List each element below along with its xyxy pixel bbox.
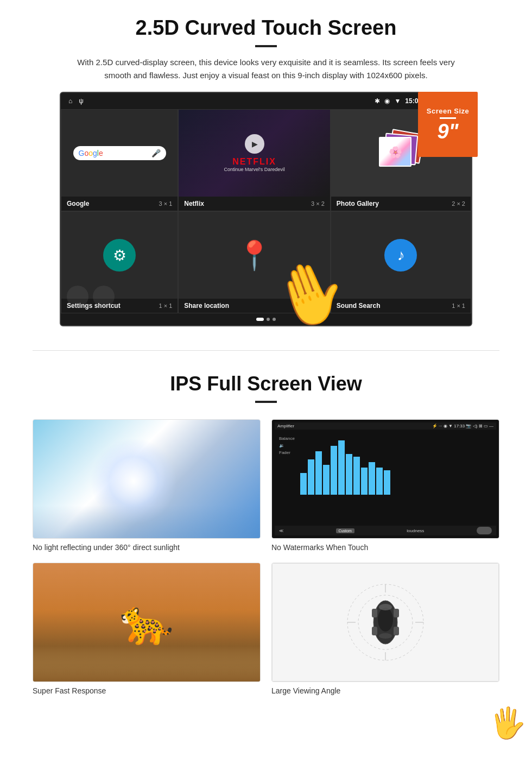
shadow-decorations — [67, 286, 115, 307]
flower-icon: 🌸 — [389, 146, 402, 159]
equalizer-visual: Amplifier ⚡ ··· ◉ ▼ 17:33 📷 ◁) ⊠ ▭ — Bal… — [272, 420, 499, 538]
eq-bar-10 — [369, 462, 375, 495]
eq-bar-12 — [384, 470, 390, 495]
car-visual — [272, 563, 499, 682]
feature-car: Large Viewing Angle — [271, 563, 499, 695]
settings-content: ⚙ — [61, 212, 178, 299]
cheetah-image: 🐆 — [33, 563, 261, 682]
android-screen: ⌂ ψ ✱ ◉ ▼ 15:06 ▣ ◁) ⊠ ▭ — [60, 92, 472, 326]
svg-point-3 — [378, 608, 393, 632]
google-search-bar[interactable]: Google 🎤 — [73, 146, 166, 160]
bluetooth-icon: ✱ — [375, 97, 380, 105]
sound-app-size: 1 × 1 — [452, 302, 465, 309]
section-curved-screen: 2.5D Curved Touch Screen With 2.5D curve… — [0, 0, 532, 334]
app-row-top: Google 🎤 Google 3 × 1 NETFLIX — [61, 109, 471, 211]
sound-label-row: Sound Search 1 × 1 — [331, 299, 471, 313]
feature-cheetah: 🐆 Super Fast Response — [33, 563, 261, 695]
amplifier-label: Amplifier — [277, 424, 294, 428]
microphone-icon: 🎤 — [151, 149, 161, 157]
svg-rect-7 — [394, 609, 399, 617]
section2-title: IPS Full Screen View — [33, 373, 499, 395]
svg-rect-8 — [372, 627, 377, 635]
eq-bar-9 — [361, 468, 368, 495]
ground-gradient — [33, 638, 260, 682]
car-image — [271, 563, 499, 682]
maps-icon: 📍 — [237, 239, 272, 272]
status-bar: ⌂ ψ ✱ ◉ ▼ 15:06 ▣ ◁) ⊠ ▭ — [61, 93, 471, 109]
wifi-icon: ▼ — [394, 97, 401, 105]
share-label-row: Share location 1 × 1 — [179, 299, 330, 313]
google-logo: Google — [79, 149, 103, 157]
svg-rect-6 — [372, 609, 377, 617]
eq-bar-4 — [323, 465, 330, 495]
sound-app-name: Sound Search — [337, 302, 381, 310]
dot-2 — [267, 318, 270, 321]
google-label-row: Google 3 × 1 — [61, 197, 178, 211]
loudness-toggle[interactable] — [477, 527, 492, 534]
app-cell-sound[interactable]: ♪ Sound Search 1 × 1 — [331, 211, 471, 313]
app-row-bottom: ⚙ Settings shortcut 1 × 1 — [61, 211, 471, 313]
gallery-label-row: Photo Gallery 2 × 2 — [331, 197, 471, 211]
netflix-app-size: 3 × 2 — [311, 200, 325, 207]
device-mockup: Screen Size 9" ⌂ ψ ✱ ◉ ▼ 15:06 ▣ ◁) ⊠ — [60, 92, 472, 326]
loudness-label: loudness — [407, 528, 424, 533]
usb-icon: ψ — [79, 97, 84, 105]
shadow-circle-1 — [67, 286, 88, 307]
app-cell-google[interactable]: Google 🎤 Google 3 × 1 — [61, 109, 178, 211]
badge-title: Screen Size — [427, 107, 470, 115]
equalizer-caption: No Watermarks When Touch — [271, 543, 499, 552]
shadow-circle-2 — [93, 286, 115, 307]
eq-bar-1 — [300, 473, 307, 495]
netflix-label-row: Netflix 3 × 2 — [179, 197, 330, 211]
app-cell-share[interactable]: 📍 🤚 Share location 1 × 1 — [178, 211, 331, 313]
settings-icon-bg: ⚙ — [103, 239, 136, 272]
netflix-logo: NETFLIX — [232, 157, 276, 167]
netflix-content: NETFLIX Continue Marvel's Daredevil — [179, 110, 330, 197]
cheetah-visual: 🐆 — [33, 563, 260, 682]
photo-card-3: 🌸 — [379, 137, 411, 167]
section-ips-screen: IPS Full Screen View No light reflecting… — [0, 367, 532, 722]
svg-point-5 — [379, 633, 392, 639]
dot-3 — [273, 318, 276, 321]
app-cell-netflix[interactable]: NETFLIX Continue Marvel's Daredevil Netf… — [178, 109, 331, 211]
feature-sunlight: No light reflecting under 360° direct su… — [33, 419, 261, 552]
cheetah-caption: Super Fast Response — [33, 686, 261, 695]
fader-label: Fader — [279, 450, 295, 455]
eq-bar-7 — [346, 454, 352, 495]
gear-icon: ⚙ — [113, 247, 126, 264]
badge-divider — [440, 117, 456, 119]
section-divider — [33, 350, 499, 351]
eq-labels: Balance 🔉 Fader — [279, 432, 295, 455]
eq-time: 17:33 — [454, 424, 465, 428]
section1-description: With 2.5D curved-display screen, this de… — [76, 56, 456, 82]
section2-underline — [255, 401, 277, 403]
netflix-app-name: Netflix — [184, 200, 204, 207]
photo-stack: 🌸 — [379, 131, 422, 175]
eq-bar-5 — [331, 446, 337, 495]
share-app-name: Share location — [184, 302, 229, 310]
eq-bar-6 — [338, 440, 345, 495]
sound-content: ♪ — [331, 212, 471, 299]
eq-header: Amplifier ⚡ ··· ◉ ▼ 17:33 📷 ◁) ⊠ ▭ — — [275, 422, 496, 430]
share-app-size: 1 × 1 — [311, 302, 325, 309]
section1-title: 2.5D Curved Touch Screen — [33, 16, 499, 40]
gallery-app-name: Photo Gallery — [337, 200, 379, 207]
netflix-subtitle: Continue Marvel's Daredevil — [224, 167, 284, 172]
sky-gradient — [33, 506, 260, 538]
netflix-play-button[interactable] — [245, 134, 264, 154]
google-app-name: Google — [67, 200, 89, 207]
app-cell-settings[interactable]: ⚙ Settings shortcut 1 × 1 — [61, 211, 178, 313]
balance-label: Balance — [279, 436, 295, 441]
page-indicator — [61, 313, 471, 325]
dot-1 — [256, 318, 264, 321]
car-svg — [342, 579, 429, 666]
eq-main: Balance 🔉 Fader — [275, 430, 496, 526]
status-bar-left: ⌂ ψ — [68, 97, 84, 105]
google-app-size: 3 × 1 — [159, 200, 173, 207]
feature-grid: No light reflecting under 360° direct su… — [33, 419, 499, 695]
home-icon: ⌂ — [68, 97, 72, 105]
settings-app-size: 1 × 1 — [159, 302, 173, 309]
gallery-app-size: 2 × 2 — [452, 200, 465, 207]
title-underline — [255, 45, 277, 47]
google-content: Google 🎤 — [61, 110, 178, 197]
